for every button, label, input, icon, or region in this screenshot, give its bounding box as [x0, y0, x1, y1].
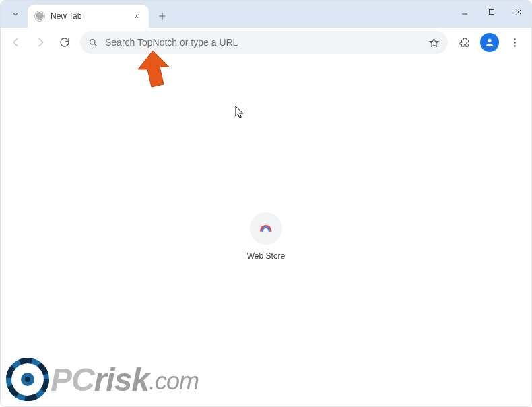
puzzle-icon	[459, 37, 471, 49]
close-window-button[interactable]	[511, 5, 526, 20]
watermark-logo-icon	[6, 356, 52, 402]
person-icon	[484, 37, 495, 48]
menu-button[interactable]	[504, 32, 525, 53]
search-icon	[88, 38, 98, 48]
maximize-button[interactable]	[484, 5, 499, 20]
new-tab-button[interactable]	[153, 7, 172, 26]
extensions-button[interactable]	[455, 32, 475, 53]
shortcut-tile[interactable]: Web Store	[247, 212, 285, 261]
maximize-icon	[488, 8, 496, 16]
tabs-dropdown-button[interactable]	[6, 5, 25, 24]
toolbar-right	[452, 32, 527, 53]
shortcut-icon-wrap	[250, 212, 282, 245]
forward-button[interactable]	[29, 31, 52, 54]
tab-close-button[interactable]	[131, 11, 142, 22]
chevron-down-icon	[11, 9, 20, 19]
plus-icon	[158, 11, 167, 21]
watermark: PCrisk.com	[6, 356, 199, 402]
svg-rect-2	[490, 10, 494, 15]
minimize-button[interactable]	[457, 5, 472, 20]
svg-point-5	[514, 38, 516, 40]
watermark-text: PCrisk.com	[51, 361, 199, 398]
shortcut-label: Web Store	[247, 251, 285, 261]
svg-point-11	[25, 377, 30, 382]
svg-point-3	[90, 39, 96, 44]
close-icon	[514, 8, 523, 16]
kebab-icon	[509, 37, 521, 49]
profile-button[interactable]	[480, 33, 499, 52]
browser-tab[interactable]: New Tab	[28, 5, 149, 28]
omnibox-input[interactable]	[105, 37, 428, 48]
svg-point-7	[514, 45, 516, 47]
back-button[interactable]	[5, 31, 28, 54]
svg-point-4	[488, 39, 491, 42]
tab-title: New Tab	[51, 11, 131, 21]
star-icon	[428, 37, 440, 49]
window-controls	[457, 5, 526, 20]
reload-icon	[59, 36, 71, 49]
minimize-icon	[461, 8, 469, 16]
titlebar: New Tab	[1, 1, 531, 28]
toolbar	[1, 28, 531, 57]
watermark-risk: risk	[94, 362, 149, 398]
watermark-domain: .com	[149, 367, 199, 395]
svg-point-6	[514, 42, 516, 44]
page-content: Web Store	[1, 57, 531, 407]
arrow-left-icon	[10, 36, 22, 49]
address-bar[interactable]	[80, 31, 448, 54]
close-icon	[133, 13, 140, 20]
webstore-icon	[259, 221, 273, 236]
bookmark-button[interactable]	[428, 37, 440, 49]
globe-icon	[34, 11, 45, 22]
reload-button[interactable]	[53, 31, 76, 54]
arrow-right-icon	[34, 36, 46, 49]
watermark-pc: PC	[51, 362, 94, 398]
